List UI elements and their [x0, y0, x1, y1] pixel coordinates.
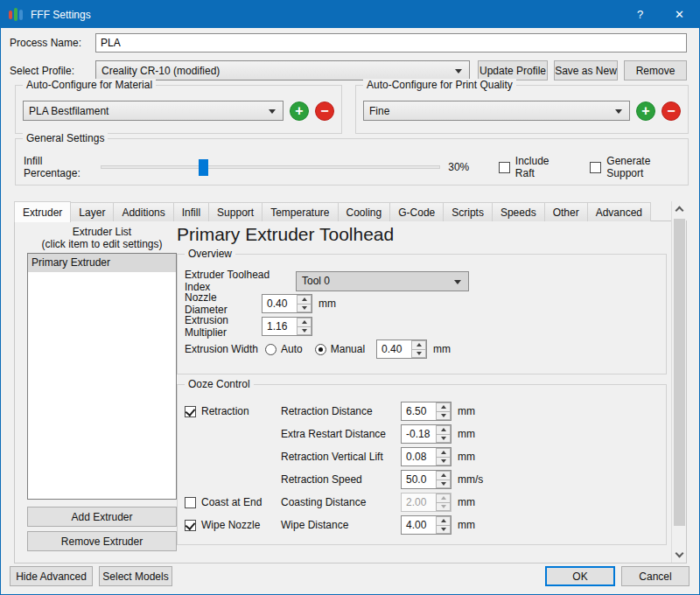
- select-profile-row: Select Profile: Creality CR-10 (modified…: [10, 60, 687, 80]
- retraction-checkbox-box[interactable]: [185, 406, 196, 417]
- tab-temperature[interactable]: Temperature: [262, 202, 338, 221]
- tab-layer[interactable]: Layer: [70, 202, 114, 221]
- spin-up-icon[interactable]: [297, 295, 312, 304]
- cancel-button[interactable]: Cancel: [621, 566, 690, 586]
- wipe-nozzle-checkbox-box[interactable]: [185, 520, 196, 531]
- tab-extruder[interactable]: Extruder: [14, 201, 71, 222]
- settings-tabbar: Extruder Layer Additions Infill Support …: [14, 201, 650, 221]
- spin-down-icon[interactable]: [436, 525, 451, 535]
- profile-dropdown[interactable]: Creality CR-10 (modified): [95, 60, 470, 80]
- infill-slider[interactable]: [101, 159, 440, 176]
- retraction-distance-spinner[interactable]: 6.50: [401, 402, 452, 421]
- add-extruder-button[interactable]: Add Extruder: [27, 507, 177, 527]
- remove-extruder-button[interactable]: Remove Extruder: [27, 531, 177, 551]
- toolhead-index-dropdown[interactable]: Tool 0: [296, 271, 469, 291]
- retraction-vertical-lift-label: Retraction Vertical Lift: [281, 451, 401, 463]
- ok-button[interactable]: OK: [545, 566, 615, 586]
- remove-profile-button[interactable]: Remove: [624, 60, 687, 80]
- process-name-label: Process Name:: [10, 37, 95, 49]
- spin-down-icon[interactable]: [436, 411, 451, 421]
- coast-at-end-checkbox[interactable]: Coast at End: [185, 496, 281, 508]
- generate-support-checkbox[interactable]: Generate Support: [590, 155, 680, 179]
- spin-up-icon[interactable]: [297, 318, 312, 326]
- remove-quality-button[interactable]: −: [662, 102, 681, 121]
- toolhead-index-value: Tool 0: [302, 275, 330, 287]
- include-raft-checkbox-box[interactable]: [499, 162, 510, 173]
- tab-other[interactable]: Other: [544, 202, 588, 221]
- scroll-up-icon[interactable]: [672, 201, 687, 216]
- spin-down-icon[interactable]: [436, 434, 451, 444]
- retraction-distance-label: Retraction Distance: [281, 405, 401, 417]
- page-title: Primary Extruder Toolhead: [177, 224, 394, 245]
- add-quality-button[interactable]: +: [636, 102, 655, 121]
- tab-advanced[interactable]: Advanced: [587, 202, 651, 221]
- nozzle-diameter-spinner[interactable]: 0.40: [262, 294, 312, 313]
- retraction-speed-spinner[interactable]: 50.0: [401, 470, 452, 489]
- spin-up-icon[interactable]: [411, 340, 426, 349]
- wipe-distance-spinner[interactable]: 4.00: [401, 515, 452, 535]
- auto-configure-material-group: Auto-Configure for Material PLA Bestfila…: [15, 85, 342, 134]
- extra-restart-distance-spinner[interactable]: -0.18: [401, 424, 452, 444]
- list-item[interactable]: Primary Extruder: [28, 254, 176, 272]
- include-raft-checkbox[interactable]: Include Raft: [499, 155, 564, 179]
- spin-up-icon[interactable]: [436, 516, 451, 525]
- wipe-distance-unit: mm: [458, 519, 475, 531]
- generate-support-checkbox-box[interactable]: [590, 162, 601, 173]
- extrusion-width-auto-radio[interactable]: [265, 344, 276, 355]
- spin-up-icon[interactable]: [436, 402, 451, 411]
- tab-scripts[interactable]: Scripts: [443, 202, 493, 221]
- quality-dropdown[interactable]: Fine: [363, 101, 630, 121]
- extrusion-multiplier-spinner[interactable]: 1.16: [262, 317, 312, 336]
- toolhead-index-label: Extruder Toolhead Index: [185, 269, 296, 293]
- extruder-tab-panel: Extruder List (click item to edit settin…: [14, 220, 687, 564]
- material-dropdown-value: PLA Bestfilament: [29, 105, 108, 117]
- infill-percentage-label: Infill Percentage:: [24, 155, 94, 179]
- process-name-input[interactable]: [95, 33, 687, 52]
- retraction-distance-unit: mm: [458, 405, 475, 417]
- infill-slider-handle[interactable]: [199, 159, 208, 176]
- tab-speeds[interactable]: Speeds: [492, 202, 545, 221]
- scrollbar-thumb[interactable]: [674, 219, 685, 526]
- extrusion-width-manual-radio[interactable]: [315, 344, 326, 355]
- spin-down-icon[interactable]: [436, 480, 451, 489]
- retraction-checkbox[interactable]: Retraction: [185, 405, 281, 417]
- retraction-vertical-lift-spinner[interactable]: 0.08: [401, 447, 452, 466]
- spin-down-icon[interactable]: [436, 457, 451, 466]
- remove-material-button[interactable]: −: [315, 102, 334, 121]
- tab-gcode[interactable]: G-Code: [389, 202, 444, 221]
- select-profile-label: Select Profile:: [10, 65, 95, 77]
- spin-up-icon[interactable]: [436, 425, 451, 434]
- wipe-distance-value: 4.00: [402, 516, 436, 534]
- extrusion-width-value: 0.40: [377, 340, 411, 358]
- spin-up-icon[interactable]: [436, 471, 451, 480]
- scroll-down-icon[interactable]: [672, 548, 687, 563]
- spin-up-icon[interactable]: [436, 448, 451, 457]
- wipe-distance-label: Wipe Distance: [281, 519, 401, 531]
- close-button[interactable]: ✕: [660, 1, 699, 28]
- extrusion-width-spinner[interactable]: 0.40: [376, 340, 427, 359]
- profile-dropdown-value: Creality CR-10 (modified): [102, 65, 220, 77]
- coast-at-end-checkbox-box[interactable]: [185, 497, 196, 508]
- tab-additions[interactable]: Additions: [113, 202, 173, 221]
- nozzle-diameter-unit: mm: [318, 298, 336, 310]
- tab-support[interactable]: Support: [208, 202, 262, 221]
- extrusion-multiplier-value: 1.16: [262, 318, 297, 335]
- select-models-button[interactable]: Select Models: [99, 566, 172, 586]
- add-material-button[interactable]: +: [290, 102, 309, 121]
- extruder-listbox[interactable]: Primary Extruder: [27, 253, 177, 500]
- retraction-label: Retraction: [201, 405, 249, 417]
- vertical-scrollbar[interactable]: [671, 201, 686, 563]
- hide-advanced-button[interactable]: Hide Advanced: [10, 566, 93, 586]
- extruder-list-title-line1: Extruder List: [27, 226, 177, 238]
- spin-down-icon[interactable]: [411, 349, 426, 359]
- wipe-nozzle-checkbox[interactable]: Wipe Nozzle: [185, 519, 281, 531]
- footer-right: OK Cancel: [545, 566, 690, 586]
- save-as-new-button[interactable]: Save as New: [554, 60, 618, 80]
- material-dropdown[interactable]: PLA Bestfilament: [23, 101, 284, 121]
- tab-infill[interactable]: Infill: [173, 202, 209, 221]
- help-button[interactable]: ?: [620, 1, 660, 28]
- spin-down-icon[interactable]: [297, 326, 312, 336]
- tab-cooling[interactable]: Cooling: [338, 202, 391, 221]
- update-profile-button[interactable]: Update Profile: [478, 60, 548, 80]
- spin-down-icon[interactable]: [297, 304, 312, 313]
